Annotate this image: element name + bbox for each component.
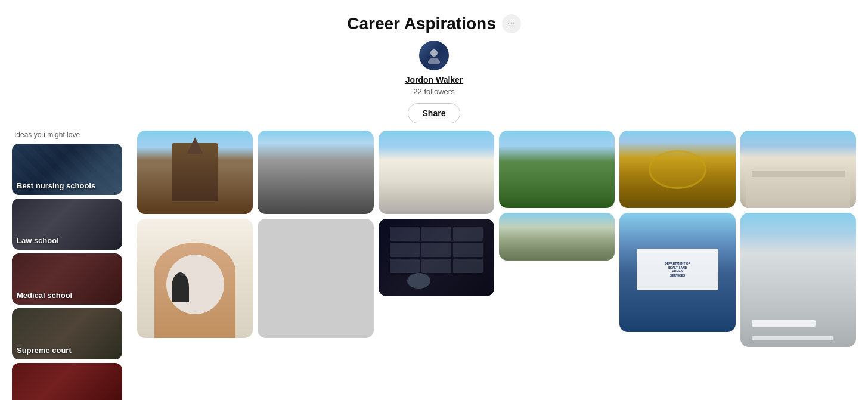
svg-point-1 — [428, 58, 440, 64]
pin-brown-building[interactable] — [619, 131, 735, 208]
pin-column-col4 — [499, 131, 615, 400]
page-title: Career Aspirations — [347, 14, 496, 33]
share-button[interactable]: Share — [408, 103, 461, 123]
page-header: Career Aspirations ··· Jordon Walker 22 … — [0, 0, 868, 131]
sidebar-item-texas[interactable]: Texas tech — [12, 363, 122, 400]
pin-white-mansion[interactable] — [379, 131, 494, 214]
sidebar-item-supreme[interactable]: Supreme court — [12, 308, 122, 359]
sidebar-item-label-medical: Medical school — [17, 291, 117, 300]
pin-health-building[interactable] — [499, 213, 615, 261]
avatar[interactable] — [419, 41, 449, 70]
pin-sw-medical[interactable] — [740, 213, 856, 347]
sidebar-item-label-nursing: Best nursing schools — [17, 181, 117, 190]
sidebar-item-nursing[interactable]: Best nursing schools — [12, 144, 122, 195]
pin-green-campus[interactable] — [499, 131, 615, 208]
pin-column-col5: DEPARTMENT OFHEALTH ANDHUMANSERVICES — [619, 131, 735, 400]
sidebar-item-label-law: Law school — [17, 236, 117, 245]
username-link[interactable]: Jordon Walker — [0, 75, 868, 85]
pin-supreme-court[interactable] — [740, 131, 856, 208]
pins-area: DEPARTMENT OFHEALTH ANDHUMANSERVICES — [137, 131, 856, 400]
main-content: Ideas you might love Best nursing school… — [0, 131, 868, 400]
pin-hhs-sign[interactable]: DEPARTMENT OFHEALTH ANDHUMANSERVICES — [619, 213, 735, 332]
sidebar-item-medical[interactable]: Medical school — [12, 253, 122, 305]
pin-gothic-building[interactable] — [137, 131, 253, 214]
followers-count: 22 followers — [0, 87, 868, 96]
pin-xray-viewer[interactable] — [379, 219, 494, 296]
sidebar: Ideas you might love Best nursing school… — [12, 131, 131, 400]
pin-doctor-stethoscope[interactable] — [258, 219, 373, 338]
pin-column-col2 — [258, 131, 373, 400]
pin-column-col3 — [379, 131, 494, 400]
pin-aerial-campus[interactable] — [258, 131, 373, 214]
sidebar-item-law[interactable]: Law school — [12, 199, 122, 250]
sidebar-ideas-label: Ideas you might love — [12, 131, 131, 139]
pin-column-col1 — [137, 131, 253, 400]
pin-doctor-desk[interactable] — [137, 219, 253, 338]
sidebar-item-label-supreme: Supreme court — [17, 346, 117, 355]
svg-point-0 — [430, 49, 438, 57]
pin-column-col6 — [740, 131, 856, 400]
more-options-button[interactable]: ··· — [502, 14, 521, 33]
